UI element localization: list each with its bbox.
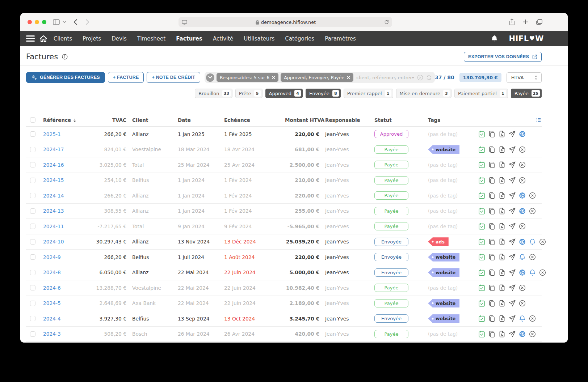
pdf-icon[interactable] (498, 238, 506, 246)
header-client[interactable]: Client (132, 117, 178, 123)
send-icon[interactable] (508, 146, 516, 153)
pdf-icon[interactable] (498, 284, 506, 292)
calendar-check-icon[interactable] (478, 315, 486, 322)
pdf-icon[interactable] (498, 315, 506, 322)
remove-filter-icon[interactable] (272, 76, 275, 79)
calendar-check-icon[interactable] (478, 330, 486, 338)
invoice-reference-link[interactable]: 2024-15 (43, 177, 64, 183)
status-filter-approved[interactable]: Approved4 (265, 89, 303, 98)
nav-item-parametres[interactable]: Paramètres (325, 35, 356, 42)
nav-item-activite[interactable]: Activité (213, 35, 233, 42)
header-montant[interactable]: Montant HTVA (285, 117, 319, 123)
tag-website[interactable]: website (428, 253, 459, 262)
invoice-reference-link[interactable]: 2024-5 (43, 300, 61, 306)
duplicate-icon[interactable] (488, 300, 496, 307)
calendar-check-icon[interactable] (478, 269, 486, 276)
cancel-icon[interactable] (539, 238, 546, 246)
pdf-icon[interactable] (498, 269, 506, 276)
calendar-check-icon[interactable] (478, 300, 486, 307)
send-icon[interactable] (508, 177, 516, 184)
cancel-icon[interactable] (529, 207, 536, 215)
header-date[interactable]: Date (178, 117, 224, 123)
header-statut[interactable]: Statut (374, 117, 428, 123)
calendar-check-icon[interactable] (478, 177, 486, 184)
calendar-check-icon[interactable] (478, 238, 486, 246)
duplicate-icon[interactable] (488, 330, 496, 338)
row-checkbox[interactable] (30, 131, 35, 137)
calendar-check-icon[interactable] (478, 222, 486, 230)
invoice-reference-link[interactable]: 2024-10 (43, 239, 64, 245)
peppol-icon[interactable] (518, 130, 526, 138)
sidebar-toggle-icon[interactable] (53, 19, 60, 25)
cancel-icon[interactable] (518, 177, 526, 184)
status-filter-mise-en-demeure[interactable]: Mise en demeure3 (396, 89, 452, 98)
send-icon[interactable] (508, 207, 516, 215)
invoice-reference-link[interactable]: 2024-9 (43, 254, 61, 260)
tag-website[interactable]: website (428, 299, 459, 307)
status-filter-paiement-partiel[interactable]: Paiement partiel1 (454, 89, 508, 98)
duplicate-icon[interactable] (488, 253, 496, 261)
invoice-reference-link[interactable]: 2024-11 (43, 224, 64, 229)
info-icon[interactable] (62, 54, 68, 60)
page-format-icon[interactable] (182, 20, 187, 25)
send-icon[interactable] (508, 130, 516, 138)
send-icon[interactable] (508, 300, 516, 307)
reminder-bell-icon[interactable] (529, 238, 536, 246)
invoice-reference-link[interactable]: 2024-4 (43, 316, 61, 322)
send-icon[interactable] (508, 253, 516, 261)
pdf-icon[interactable] (498, 253, 506, 261)
row-checkbox[interactable] (30, 254, 35, 260)
row-checkbox[interactable] (30, 147, 35, 152)
peppol-icon[interactable] (518, 238, 526, 246)
invoice-reference-link[interactable]: 2024-17 (43, 147, 64, 152)
zoom-window-button[interactable] (42, 20, 46, 24)
invoice-reference-link[interactable]: 2024-14 (43, 193, 64, 199)
duplicate-icon[interactable] (488, 222, 496, 230)
send-icon[interactable] (508, 269, 516, 276)
send-icon[interactable] (508, 284, 516, 292)
export-data-button[interactable]: EXPORTER VOS DONNÉES (464, 52, 542, 62)
tag-website[interactable]: website (428, 145, 459, 154)
row-checkbox[interactable] (30, 224, 35, 229)
filter-chip[interactable]: Responsables: 5 sur 6 (217, 73, 278, 82)
row-checkbox[interactable] (30, 162, 35, 167)
row-checkbox[interactable] (30, 285, 35, 290)
cancel-icon[interactable] (518, 300, 526, 307)
nav-item-factures[interactable]: Factures (176, 35, 202, 42)
duplicate-icon[interactable] (488, 146, 496, 153)
status-filter-payee[interactable]: Payée25 (511, 89, 542, 98)
pdf-icon[interactable] (498, 161, 506, 169)
calendar-check-icon[interactable] (478, 284, 486, 292)
row-checkbox[interactable] (30, 178, 35, 183)
send-icon[interactable] (508, 192, 516, 199)
select-all-checkbox[interactable] (30, 117, 35, 123)
calendar-check-icon[interactable] (478, 253, 486, 261)
calendar-check-icon[interactable] (478, 161, 486, 169)
duplicate-icon[interactable] (488, 207, 496, 215)
pdf-icon[interactable] (498, 146, 506, 153)
pdf-icon[interactable] (498, 222, 506, 230)
peppol-icon[interactable] (518, 207, 526, 215)
filter-expand-icon[interactable] (206, 73, 214, 82)
remove-filter-icon[interactable] (347, 76, 350, 79)
duplicate-icon[interactable] (488, 130, 496, 138)
header-reference[interactable]: Référence (43, 117, 84, 123)
share-icon[interactable] (509, 18, 515, 25)
new-invoice-button[interactable]: + FACTURE (108, 72, 144, 83)
chevron-down-icon[interactable] (63, 21, 66, 23)
row-checkbox[interactable] (30, 301, 35, 306)
notifications-bell-icon[interactable] (491, 35, 498, 42)
send-icon[interactable] (508, 238, 516, 246)
pdf-icon[interactable] (498, 207, 506, 215)
duplicate-icon[interactable] (488, 269, 496, 276)
home-icon[interactable] (39, 35, 47, 42)
row-checkbox[interactable] (30, 316, 35, 321)
reminder-bell-icon[interactable] (529, 269, 536, 276)
nav-item-devis[interactable]: Devis (112, 35, 127, 42)
tag-website[interactable]: website (428, 268, 459, 277)
cancel-icon[interactable] (529, 253, 536, 261)
cancel-icon[interactable] (539, 269, 546, 276)
row-checkbox[interactable] (30, 193, 35, 198)
row-checkbox[interactable] (30, 331, 35, 337)
invoice-reference-link[interactable]: 2025-1 (43, 131, 61, 137)
